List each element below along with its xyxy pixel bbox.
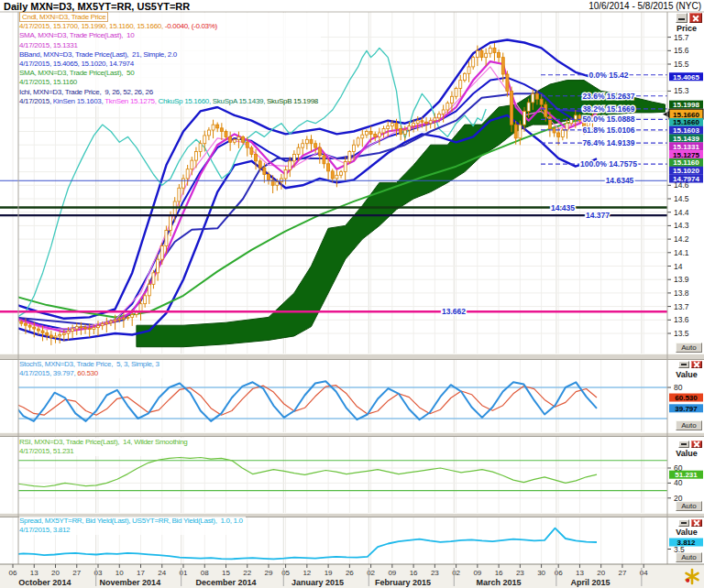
- stoch-minimize-icon[interactable]: [678, 361, 689, 368]
- legend-segment: SkuSpA 15.1439,: [213, 97, 267, 105]
- app-logo-icon[interactable]: [682, 567, 702, 586]
- legend-segment: StochS, MXN=D3, Trade Price, 5, 3, Simpl…: [19, 360, 160, 368]
- legend-line: SMA, MXN=D3, Trade Price(Last), 50: [19, 69, 318, 78]
- x-day-label: 23: [516, 569, 524, 577]
- legend-line: 4/17/2015, 3.812: [19, 526, 243, 535]
- x-day-label: 05: [281, 569, 290, 577]
- stoch-auto-button[interactable]: Auto: [676, 420, 702, 430]
- price-badge-text: 15.1160: [673, 158, 699, 167]
- date-range-label: 10/6/2014 - 5/8/2015 (NYC): [588, 1, 701, 11]
- price-badge-text: 15.1660: [673, 111, 699, 119]
- x-day-label: 06: [9, 569, 17, 577]
- rsi-line: [13, 458, 597, 487]
- x-day-label: 10: [116, 569, 124, 577]
- y-tick-label: 13.5: [674, 329, 689, 338]
- chart-window: 0.0% 15.4223.6% 15.263738.2% 15.166950.0…: [0, 0, 704, 588]
- legend-line: SMA, MXN=D3, Trade Price(Last), 10: [19, 31, 318, 40]
- legend-segment: 4/17/2015, 15.1331: [19, 41, 78, 49]
- legend-segment: SMA, MXN=D3, Trade Price(Last), 10: [19, 31, 134, 39]
- spread-axis: 3.53.812: [667, 539, 703, 554]
- stoch-value-axis-title: Value: [671, 370, 702, 379]
- fib-label: 100.0% 14.7575: [580, 159, 637, 169]
- legend-line: 4/17/2015, 15.1160: [19, 78, 318, 87]
- y-tick-label: 14.3: [674, 221, 689, 230]
- legend-segment: 4/17/2015, 51.231: [19, 447, 73, 455]
- x-day-label: 13: [576, 569, 584, 577]
- legend-line: Ichi, MXN=D3, Trade Price, 9, 26, 52, 26…: [19, 88, 318, 97]
- price-badge-text: 15.1020: [673, 167, 699, 175]
- x-day-label: 24: [158, 569, 166, 577]
- panel-splitter[interactable]: [0, 432, 704, 437]
- x-day-label: 27: [618, 569, 626, 577]
- legend-line: 4/17/2015, KinSen 15.1603, TknSen 15.127…: [19, 97, 318, 106]
- y-tick-label: 15.6: [674, 46, 689, 55]
- x-day-label: 16: [410, 569, 418, 577]
- rsi-panel: [13, 458, 667, 491]
- x-day-label: 19: [324, 569, 333, 577]
- stoch-close-icon[interactable]: [691, 361, 702, 368]
- main-auto-button[interactable]: Auto: [676, 343, 702, 353]
- legend-segment: BBand, MXN=D3, Trade Price(Last), 21, Si…: [19, 50, 177, 59]
- hline-label: 13.662: [442, 307, 466, 316]
- legend-segment: 4/17/2015, 15.1160: [19, 78, 77, 86]
- x-month-label: March 2015: [477, 578, 522, 587]
- minimize-icon[interactable]: [676, 13, 688, 23]
- legend-segment: TknSen 15.1275,: [104, 97, 158, 105]
- x-day-label: 29: [265, 569, 273, 577]
- legend-line: 4/17/2015, 15.4065, 15.1020, 14.7974: [19, 60, 318, 69]
- rsi-close-icon[interactable]: [691, 441, 702, 448]
- x-day-label: 27: [72, 569, 81, 577]
- x-month-label: October 2014: [18, 578, 71, 587]
- x-day-label: 16: [495, 569, 503, 577]
- legend-line: StochS, MXN=D3, Trade Price, 5, 3, Simpl…: [19, 360, 160, 369]
- legend-line: Spread, MX5YT=RR, Bid Yield(Last), US5YT…: [19, 517, 243, 526]
- legend-segment: 4/17/2015, 3.812: [19, 526, 70, 534]
- price-badge-text: 15.1660: [673, 118, 699, 126]
- y-tick-label: 80: [674, 383, 683, 392]
- x-day-label: 30: [537, 569, 545, 577]
- y-tick-label: 14.4: [674, 208, 689, 217]
- x-day-label: 13: [30, 569, 38, 577]
- fib-label: 50.0% 15.0888: [582, 114, 634, 124]
- legend-line: RSI, MXN=D3, Trade Price(Last), 14, Wild…: [19, 438, 188, 447]
- stoch-d-line: [13, 386, 597, 416]
- price-axis[interactable]: 15.715.615.515.314.614.514.414.314.214.1…: [663, 33, 703, 338]
- x-day-label: 26: [346, 569, 354, 577]
- legend-segment: 4/17/2015, 39.797,: [19, 369, 77, 377]
- rsi-minimize-icon[interactable]: [678, 441, 689, 448]
- rsi-value-axis-title: Value: [671, 449, 702, 458]
- x-month-label: February 2015: [375, 578, 431, 587]
- panel-splitter[interactable]: [0, 354, 704, 360]
- y-tick-label: 14.1: [674, 248, 689, 257]
- y-tick-label: 40: [674, 478, 683, 487]
- rsi-auto-button[interactable]: Auto: [676, 501, 702, 511]
- legend-line: 4/17/2015, 51.231: [19, 447, 188, 456]
- legend-segment: -0.0040, (-0.03%): [165, 22, 217, 30]
- spread-close-icon[interactable]: [691, 519, 702, 527]
- spread-auto-button[interactable]: Auto: [676, 552, 702, 562]
- close-icon[interactable]: [689, 13, 702, 23]
- y-tick-label: 14.5: [674, 194, 689, 203]
- x-day-label: 20: [597, 569, 605, 577]
- value-badge-text: 3.812: [676, 539, 696, 547]
- price-badge-text: 15.1275: [673, 151, 699, 159]
- stoch-legend: StochS, MXN=D3, Trade Price, 5, 3, Simpl…: [19, 360, 162, 378]
- price-badge-text: 15.4065: [673, 73, 699, 82]
- x-day-label: 17: [137, 569, 145, 577]
- fib-label: 0.0% 15.42: [588, 71, 628, 80]
- legend-segment: SMA, MXN=D3, Trade Price(Last), 50: [19, 69, 134, 77]
- x-day-label: 01: [180, 569, 188, 577]
- legend-line: Cndl, MXN=D3, Trade Price: [19, 13, 318, 22]
- legend-line: 4/17/2015, 15.1331: [19, 41, 318, 50]
- x-month-label: April 2015: [571, 578, 610, 587]
- hline-label: 14.6345: [606, 176, 634, 185]
- spread-minimize-icon[interactable]: [678, 519, 689, 527]
- x-day-label: 04: [640, 569, 648, 577]
- legend-segment: 60.530: [77, 369, 98, 377]
- x-day-label: 09: [473, 569, 481, 577]
- spread-value-axis-title: Value: [671, 528, 702, 537]
- rsi-axis: 60402051.231: [667, 463, 703, 503]
- y-tick-label: 15.3: [674, 86, 689, 95]
- hline-label: 14.377: [586, 211, 610, 220]
- price-badge-text: 15.1998: [673, 101, 699, 109]
